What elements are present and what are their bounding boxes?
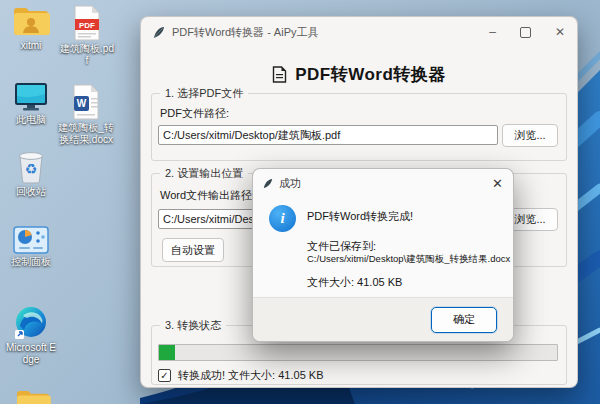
desktop-icon-xitmi[interactable]: xitmi [4, 6, 58, 52]
word-file-icon: W [71, 84, 101, 120]
progress-fill [159, 345, 175, 360]
svg-text:♻: ♻ [25, 161, 38, 177]
desktop-icon-pdf-file[interactable]: PDF 建筑陶板.pdf [60, 5, 114, 66]
document-icon [272, 66, 287, 83]
pdf-path-input[interactable] [158, 125, 498, 145]
edge-icon [14, 306, 48, 340]
minimize-icon[interactable]: – [489, 26, 496, 38]
window-title: PDF转Word转换器 - AiPy工具 [172, 25, 318, 40]
folder-icon [15, 389, 51, 404]
auto-set-button[interactable]: 自动设置 [162, 238, 224, 262]
saved-to-label: 文件已保存到: [307, 239, 376, 254]
section-title: 3. 转换状态 [160, 318, 226, 333]
word-path-label: Word文件输出路径: [160, 188, 255, 203]
page-title: PDF转Word转换器 [141, 63, 577, 86]
pdf-path-label: PDF文件路径: [160, 106, 229, 121]
maximize-icon[interactable] [520, 27, 531, 38]
window-titlebar[interactable]: PDF转Word转换器 - AiPy工具 – ✕ [141, 17, 577, 47]
dialog-close-icon[interactable]: ✕ [492, 176, 503, 191]
close-icon[interactable]: ✕ [555, 26, 565, 38]
dialog-message: PDF转Word转换完成! [307, 209, 413, 224]
computer-icon [14, 82, 48, 112]
dialog-titlebar[interactable]: 成功 ✕ [253, 169, 513, 197]
app-feather-icon [153, 26, 165, 39]
ok-button[interactable]: 确定 [431, 307, 497, 333]
success-dialog: 成功 ✕ i PDF转Word转换完成! 文件已保存到: C:/Users/xi… [252, 168, 514, 342]
info-icon: i [269, 205, 296, 232]
page-title-text: PDF转Word转换器 [295, 63, 446, 86]
convert-result-text: 转换成功! 文件大小: 41.05 KB [178, 368, 323, 383]
section-select-pdf: 1. 选择PDF文件 PDF文件路径: 浏览... [151, 93, 567, 161]
saved-file-path: C:/Users/xitmi/Desktop\建筑陶板_转换结果.docx [307, 253, 510, 266]
desktop-icon-recycle-bin[interactable]: ♻ 回收站 [4, 150, 58, 198]
section-title: 1. 选择PDF文件 [160, 86, 248, 101]
desktop-icon-label: 控制面板 [11, 256, 51, 268]
browse-pdf-button[interactable]: 浏览... [502, 124, 558, 147]
user-folder-icon [12, 6, 50, 38]
desktop-icon-partial-folder[interactable] [6, 389, 60, 404]
desktop-icon-edge[interactable]: Microsoft Edge [4, 306, 58, 365]
svg-text:PDF: PDF [79, 21, 95, 30]
svg-text:W: W [77, 98, 87, 109]
desktop-icon-docx-file[interactable]: W 建筑陶板_转换结果.docx [58, 84, 114, 145]
desktop-icon-label: 建筑陶板_转换结果.docx [58, 122, 114, 145]
desktop-icon-this-pc[interactable]: 此电脑 [4, 82, 58, 126]
dialog-footer: 确定 [253, 297, 513, 341]
desktop-icon-label: 回收站 [16, 186, 46, 198]
desktop-icon-label: Microsoft Edge [4, 342, 58, 365]
desktop-icon-label: 建筑陶板.pdf [60, 43, 114, 66]
file-size-text: 文件大小: 41.05 KB [307, 275, 402, 290]
desktop-icon-label: 此电脑 [16, 114, 46, 126]
progress-bar [158, 344, 558, 361]
desktop-icon-control-panel[interactable]: 控制面板 [4, 226, 58, 268]
control-panel-icon [13, 226, 49, 254]
desktop-icon-label: xitmi [21, 40, 42, 52]
recycle-bin-icon: ♻ [15, 150, 47, 184]
section-title: 2. 设置输出位置 [160, 166, 248, 181]
app-feather-icon [263, 178, 273, 189]
dialog-title: 成功 [279, 176, 301, 191]
success-checkbox[interactable]: ✓ [158, 369, 171, 382]
pdf-file-icon: PDF [72, 5, 102, 41]
